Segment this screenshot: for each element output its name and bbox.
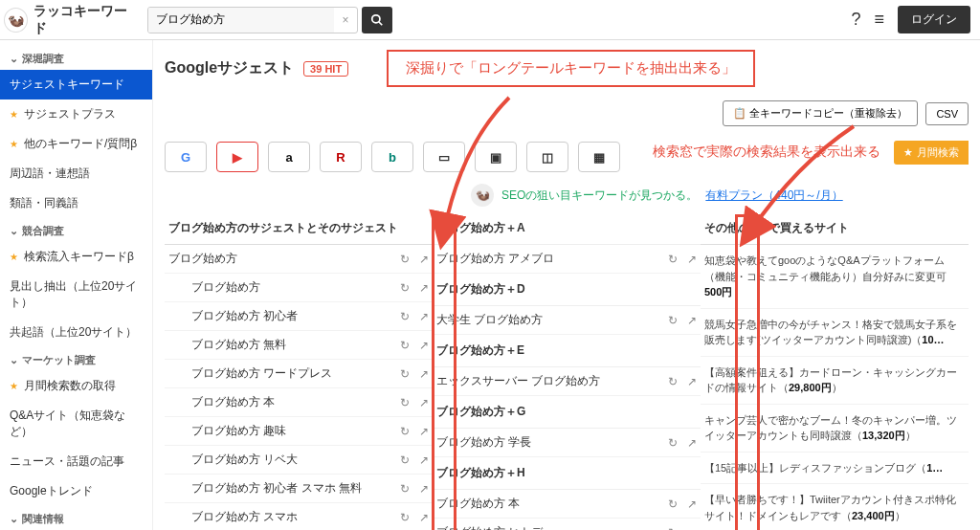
clear-icon[interactable]: × [334,13,357,27]
ad-item[interactable]: 【早い者勝ちです！】Twiiterアカウント付きスポ特化サイト！ドメインもレアで… [701,484,969,530]
sidebar-item[interactable]: ニュース・話題の記事 [0,447,152,476]
keyword-text[interactable]: ブログ始め方 アメブロ [436,251,662,267]
reload-icon[interactable]: ↻ [668,526,678,531]
keyword-text[interactable]: ブログ始め方 リベ大 [168,452,394,468]
keyword-actions: ↻↗ [668,526,697,531]
reload-icon[interactable]: ↻ [668,314,678,327]
search-icon [370,13,384,27]
sidebar-item[interactable]: サジェストキーワード [0,70,152,99]
open-icon[interactable]: ↗ [687,314,697,327]
open-icon[interactable]: ↗ [419,453,429,467]
reload-icon[interactable]: ↻ [400,310,410,323]
keyword-actions: ↻↗ [668,314,697,327]
open-icon[interactable]: ↗ [687,253,697,266]
tab-video[interactable]: ▭ [423,142,465,172]
search-button[interactable] [362,7,392,33]
reload-icon[interactable]: ↻ [400,425,410,438]
keyword-text[interactable]: ブログ始め方 スマホ [168,509,394,525]
star-icon: ★ [10,109,18,120]
ad-item[interactable]: 【高額案件狙える】カードローン・キャッシングカードの情報サイト（29,800円） [701,357,969,405]
keyword-text[interactable]: ブログ始め方 本 [436,496,662,512]
reload-icon[interactable]: ↻ [400,453,410,467]
sidebar-item[interactable]: ★検索流入キーワードβ [0,242,152,272]
keyword-row: ブログ始め方 学長↻↗ [433,429,701,457]
keyword-text[interactable]: エックスサーバー ブログ始め方 [436,373,662,389]
open-icon[interactable]: ↗ [419,511,429,524]
keyword-text[interactable]: ブログ始め方 ヒトデ [436,524,662,530]
reload-icon[interactable]: ↻ [400,396,410,409]
open-icon[interactable]: ↗ [687,436,697,450]
tab-image[interactable]: ▣ [475,142,517,172]
tab-grid[interactable]: ▦ [578,142,620,172]
open-icon[interactable]: ↗ [687,526,697,531]
copy-all-button[interactable]: 📋 全キーワードコピー（重複除去） [723,100,918,126]
ad-item[interactable]: キャンプ芸人で密かなブーム！冬のキャンパー増。ツイッターアカウントも同時譲渡（1… [701,405,969,453]
reload-icon[interactable]: ↻ [400,367,410,381]
keyword-actions: ↻↗ [400,511,429,524]
tab-bing[interactable]: b [371,142,413,172]
tab-shop[interactable]: ◫ [526,142,568,172]
sidebar-group-compete: ⌄ 競合調査 [0,218,152,242]
open-icon[interactable]: ↗ [687,497,697,511]
keyword-text[interactable]: ブログ始め方 [168,251,394,267]
reload-icon[interactable]: ↻ [668,497,678,511]
tab-google[interactable]: G [165,142,207,172]
reload-icon[interactable]: ↻ [400,253,410,266]
sidebar-item[interactable]: ★他のキーワード/質問β [0,129,152,159]
promo-link[interactable]: 有料プラン（440円～/月） [705,188,842,204]
keyword-text[interactable]: ブログ始め方 ワードプレス [168,365,394,382]
open-icon[interactable]: ↗ [419,253,429,266]
keyword-text[interactable]: ブログ始め方 本 [168,394,394,410]
open-icon[interactable]: ↗ [419,396,429,409]
keyword-actions: ↻↗ [668,436,697,450]
help-icon[interactable]: ? [851,10,860,30]
open-icon[interactable]: ↗ [419,425,429,438]
open-icon[interactable]: ↗ [419,281,429,295]
ad-item[interactable]: 競馬女子急増中の今がチャンス！格安で競馬女子系を販売します(ツイッターアカウント… [701,309,969,357]
keyword-text[interactable]: ブログ始め方 趣味 [168,423,394,439]
search-box: × [147,7,358,33]
keyword-text[interactable]: ブログ始め方 [168,279,394,296]
reload-icon[interactable]: ↻ [400,511,410,524]
hit-badge: 39 HIT [303,61,348,77]
open-icon[interactable]: ↗ [687,375,697,388]
sidebar-item[interactable]: Googleトレンド [0,476,152,506]
tab-amazon[interactable]: a [268,142,310,172]
open-icon[interactable]: ↗ [419,367,429,381]
keyword-actions: ↻↗ [400,367,429,381]
login-button[interactable]: ログイン [898,6,970,33]
sidebar-item[interactable]: ★月間検索数の取得 [0,371,152,401]
sidebar-item[interactable]: Q&Aサイト（知恵袋など） [0,401,152,447]
otter-icon: 🦦 [471,184,494,207]
keyword-actions: ↻↗ [400,453,429,467]
reload-icon[interactable]: ↻ [668,253,678,266]
ad-item[interactable]: 【15記事以上】レディスファッションブログ（1… [701,453,969,485]
sidebar-item[interactable]: 類語・同義語 [0,188,152,218]
reload-icon[interactable]: ↻ [400,281,410,295]
open-icon[interactable]: ↗ [419,339,429,352]
csv-button[interactable]: CSV [925,102,969,125]
monthly-volume-button[interactable]: ★ 月間検索 [894,141,969,165]
keyword-text[interactable]: ブログ始め方 学長 [436,434,662,451]
keyword-text[interactable]: ブログ始め方 初心者 スマホ 無料 [168,480,394,497]
tab-youtube[interactable]: ▶ [216,142,258,172]
search-input[interactable] [148,8,334,33]
sidebar-item[interactable]: 周辺語・連想語 [0,159,152,188]
keyword-text[interactable]: ブログ始め方 無料 [168,337,394,353]
reload-icon[interactable]: ↻ [400,482,410,496]
keyword-text[interactable]: ブログ始め方 初心者 [168,308,394,324]
open-icon[interactable]: ↗ [419,482,429,496]
ad-item[interactable]: 知恵袋や教えてgooのようなQ&Aプラットフォーム（機能・コミュニティ機能あり）… [701,245,969,309]
reload-icon[interactable]: ↻ [400,339,410,352]
keyword-row: ブログ始め方 無料↻↗ [165,331,433,360]
sidebar-item[interactable]: 共起語（上位20サイト） [0,318,152,347]
sidebar-item[interactable]: 見出し抽出（上位20サイト） [0,272,152,318]
open-icon[interactable]: ↗ [419,310,429,323]
brand-logo[interactable]: 🦦 ラッコキーワード [4,3,136,37]
tab-rakuten[interactable]: R [320,142,362,172]
reload-icon[interactable]: ↻ [668,375,678,388]
sidebar-item[interactable]: ★サジェストプラス [0,99,152,129]
menu-icon[interactable]: ≡ [874,10,884,30]
keyword-text[interactable]: 大学生 ブログ始め方 [436,312,662,328]
reload-icon[interactable]: ↻ [668,436,678,450]
